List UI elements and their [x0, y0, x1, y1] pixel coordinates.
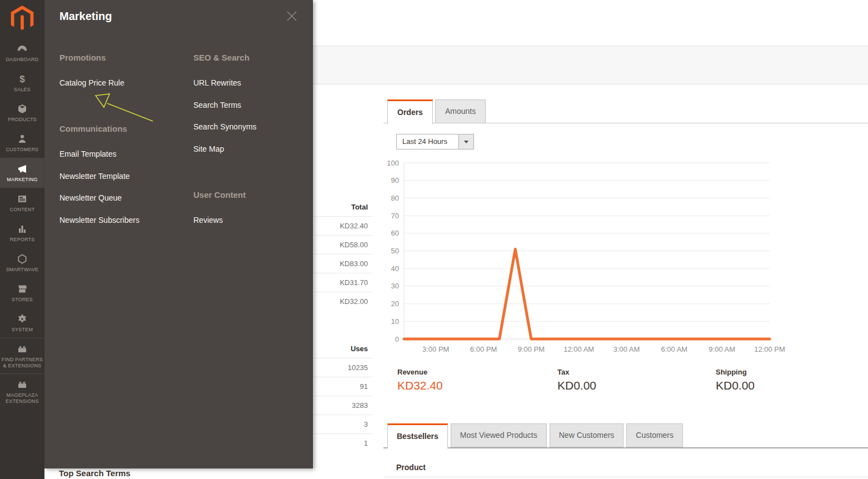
svg-text:9:00 PM: 9:00 PM: [518, 345, 545, 353]
total-tax: TaxKD0.00: [557, 368, 596, 392]
svg-text:50: 50: [391, 247, 399, 255]
svg-text:70: 70: [391, 212, 399, 220]
select-caret-box[interactable]: [458, 134, 473, 149]
total-label: Tax: [557, 368, 596, 376]
svg-text:6:00 AM: 6:00 AM: [661, 345, 687, 353]
flyout-section-communications: Communications: [59, 124, 127, 133]
customers-icon: [17, 133, 28, 144]
total-value: KD32.40: [397, 379, 443, 392]
stores-icon: [17, 283, 28, 295]
period-select[interactable]: Last 24 Hours: [396, 134, 474, 149]
sidebar-item-smartwave[interactable]: SMARTWAVE: [0, 248, 44, 278]
svg-text:20: 20: [391, 300, 399, 308]
svg-text:3:00 AM: 3:00 AM: [613, 345, 640, 353]
product-column-header: Product: [396, 463, 426, 472]
sidebar-item-content[interactable]: CONTENT: [0, 188, 44, 218]
sidebar-item-find-partners[interactable]: FIND PARTNERS & EXTENSIONS: [0, 338, 44, 373]
find-partners-icon: [17, 343, 28, 355]
chevron-down-icon: [464, 141, 468, 143]
menu-item-search-terms[interactable]: Search Terms: [193, 101, 241, 109]
sidebar-item-mageplaza[interactable]: MAGEPLAZA EXTENSIONS: [0, 373, 44, 409]
close-icon: [286, 10, 298, 22]
sidebar-item-label: FIND PARTNERS & EXTENSIONS: [1, 357, 43, 369]
svg-text:80: 80: [391, 194, 399, 202]
menu-item-catalog-price-rule[interactable]: Catalog Price Rule: [59, 78, 124, 87]
products-icon: [17, 103, 28, 114]
sidebar-item-label: SALES: [1, 87, 43, 93]
line-chart-svg: 01020304050607080901003:00 PM6:00 PM9:00…: [383, 156, 868, 358]
sidebar-item-label: MARKETING: [1, 177, 43, 183]
sidebar-item-label: SYSTEM: [1, 327, 43, 333]
tab-amounts[interactable]: Amounts: [435, 99, 486, 123]
sidebar-nav: DASHBOARD$SALESPRODUCTSCUSTOMERSMARKETIN…: [0, 38, 44, 409]
menu-item-url-rewrites[interactable]: URL Rewrites: [193, 78, 241, 87]
menu-item-search-synonyms[interactable]: Search Synonyms: [193, 122, 257, 131]
menu-item-email-templates[interactable]: Email Templates: [59, 149, 116, 158]
admin-sidebar: DASHBOARD$SALESPRODUCTSCUSTOMERSMARKETIN…: [0, 0, 44, 479]
sidebar-item-label: CONTENT: [1, 207, 43, 213]
sidebar-item-label: CUSTOMERS: [1, 147, 43, 153]
sidebar-item-label: MAGEPLAZA EXTENSIONS: [1, 392, 43, 405]
magento-logo-icon: [11, 6, 34, 31]
sidebar-item-sales[interactable]: $SALES: [0, 68, 44, 98]
sidebar-item-stores[interactable]: STORES: [0, 278, 44, 308]
tab-most-viewed-products[interactable]: Most Viewed Products: [451, 423, 547, 447]
period-select-value: Last 24 Hours: [397, 134, 458, 149]
menu-item-newsletter-queue[interactable]: Newsletter Queue: [59, 193, 122, 202]
svg-text:6:00 PM: 6:00 PM: [470, 345, 497, 353]
report-tab-strip: BestsellersMost Viewed ProductsNew Custo…: [387, 423, 683, 449]
chart-tab-strip: OrdersAmounts: [387, 99, 486, 124]
sidebar-item-label: REPORTS: [1, 237, 43, 243]
flyout-section-seo-search: SEO & Search: [193, 53, 250, 62]
sidebar-item-label: PRODUCTS: [1, 117, 43, 123]
svg-text:90: 90: [391, 176, 399, 184]
sidebar-item-customers[interactable]: CUSTOMERS: [0, 128, 44, 158]
svg-text:$: $: [19, 73, 25, 84]
tab-new-customers[interactable]: New Customers: [550, 423, 624, 447]
svg-text:0: 0: [395, 335, 399, 343]
total-label: Revenue: [397, 368, 443, 376]
content-icon: [17, 193, 28, 204]
flyout-section-promotions: Promotions: [59, 53, 106, 62]
reports-icon: [17, 223, 28, 234]
tab-orders[interactable]: Orders: [387, 99, 433, 124]
tab-bestsellers[interactable]: Bestsellers: [387, 423, 448, 449]
magento-logo[interactable]: [0, 0, 44, 38]
orders-line-chart: 01020304050607080901003:00 PM6:00 PM9:00…: [383, 156, 868, 358]
sidebar-item-label: SMARTWAVE: [1, 267, 43, 273]
svg-text:60: 60: [391, 229, 399, 237]
close-button[interactable]: [286, 10, 298, 22]
flyout-title: Marketing: [59, 10, 112, 23]
flyout-section-user-content: User Content: [193, 190, 246, 199]
menu-item-newsletter-subscribers[interactable]: Newsletter Subscribers: [59, 216, 139, 224]
sidebar-item-marketing[interactable]: MARKETING: [0, 158, 44, 188]
menu-item-reviews[interactable]: Reviews: [193, 216, 223, 224]
sidebar-item-system[interactable]: SYSTEM: [0, 308, 44, 338]
svg-text:12:00 PM: 12:00 PM: [754, 345, 785, 353]
tab-customers[interactable]: Customers: [626, 423, 683, 447]
svg-text:100: 100: [387, 159, 399, 167]
menu-item-newsletter-template[interactable]: Newsletter Template: [59, 172, 130, 181]
svg-text:3:00 PM: 3:00 PM: [422, 345, 449, 353]
svg-text:10: 10: [391, 317, 399, 326]
sidebar-item-reports[interactable]: REPORTS: [0, 218, 44, 248]
sidebar-item-dashboard[interactable]: DASHBOARD: [0, 38, 44, 68]
total-value: KD0.00: [557, 379, 596, 392]
menu-item-site-map[interactable]: Site Map: [193, 144, 224, 153]
sidebar-item-label: DASHBOARD: [1, 57, 43, 63]
svg-text:9:00 AM: 9:00 AM: [709, 345, 735, 353]
product-header-divider: [383, 477, 868, 477]
svg-text:12:00 AM: 12:00 AM: [563, 345, 594, 353]
annotation-arrow-icon: [44, 0, 313, 468]
svg-text:30: 30: [391, 282, 399, 290]
marketing-icon: [17, 163, 28, 174]
top-search-terms-heading: Top Search Terms: [59, 468, 131, 478]
magento-admin-dashboard: OrdersAmounts Last 24 Hours 010203040506…: [0, 0, 868, 479]
sales-icon: $: [17, 73, 28, 84]
total-shipping: ShippingKD0.00: [716, 368, 755, 392]
total-revenue: RevenueKD32.40: [397, 368, 443, 392]
svg-text:40: 40: [391, 265, 399, 273]
sidebar-item-products[interactable]: PRODUCTS: [0, 98, 44, 128]
sidebar-item-label: STORES: [1, 297, 43, 303]
total-label: Shipping: [716, 368, 755, 376]
